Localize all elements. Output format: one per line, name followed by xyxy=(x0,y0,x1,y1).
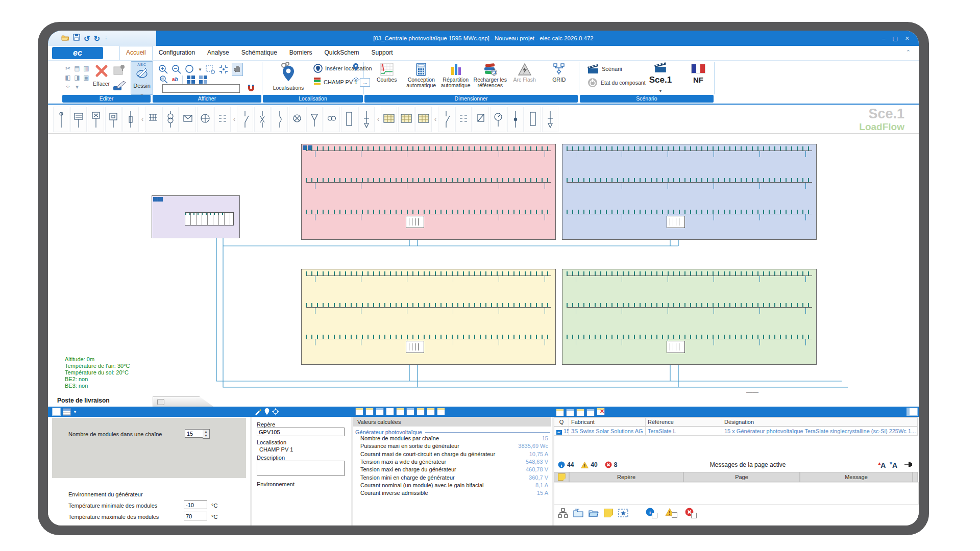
pv-string-row[interactable] xyxy=(306,303,551,314)
tab-analyse[interactable]: Analyse xyxy=(201,46,235,60)
tab-schématique[interactable]: Schématique xyxy=(235,46,283,60)
pv-field-3[interactable] xyxy=(301,269,556,365)
palette-symbol-meter[interactable] xyxy=(490,107,506,132)
chevron-down-icon[interactable]: ▼ xyxy=(658,89,663,93)
values-view-icon[interactable] xyxy=(355,408,363,415)
palette-symbol-arrowdown[interactable] xyxy=(358,107,375,132)
chain-count-input[interactable] xyxy=(185,429,203,438)
parts-col-fabricant[interactable]: Fabricant xyxy=(569,417,646,427)
values-view-icon[interactable] xyxy=(376,408,384,415)
norm-selector[interactable]: NF xyxy=(687,64,709,84)
browse-button[interactable]: ... xyxy=(360,78,370,87)
repere-input[interactable] xyxy=(257,428,345,436)
filter-error-toggle[interactable] xyxy=(685,508,699,518)
dropdown-icon[interactable]: ▾ xyxy=(72,82,82,91)
inverter-cluster[interactable] xyxy=(406,216,424,228)
ribbon-button-calculator[interactable]: Conception automatique xyxy=(404,63,439,88)
palette-symbol-lamp[interactable] xyxy=(289,107,305,132)
copy-icon[interactable]: ▤ xyxy=(72,64,82,73)
zoom-out-icon[interactable] xyxy=(172,64,182,74)
values-view-icon[interactable] xyxy=(427,408,435,415)
messages-scroll[interactable] xyxy=(913,472,918,482)
pv-string-row[interactable] xyxy=(306,210,551,221)
mirror-v-icon[interactable]: ◨ xyxy=(72,73,82,82)
pv-string-row[interactable] xyxy=(567,271,812,283)
pin-icon[interactable] xyxy=(264,408,270,415)
palette-symbol-busbars[interactable] xyxy=(145,107,161,132)
fit-view-icon[interactable] xyxy=(218,64,229,74)
erase-button[interactable]: Effacer xyxy=(93,64,110,87)
font-decrease-button[interactable]: ▾A xyxy=(890,461,897,469)
app-logo[interactable]: ec xyxy=(52,47,103,59)
pv-string-row[interactable] xyxy=(567,210,812,221)
parts-view-icon[interactable] xyxy=(576,409,584,416)
palette-symbol-fan[interactable] xyxy=(197,107,213,132)
selection-filter-icon[interactable] xyxy=(618,509,628,517)
chain-count-stepper[interactable]: ▲▼ xyxy=(203,429,210,439)
parts-col-designation[interactable]: Désignation xyxy=(722,417,918,427)
delivery-block[interactable] xyxy=(152,195,240,238)
tab-accueil[interactable]: Accueil xyxy=(119,46,153,60)
magnet-icon[interactable] xyxy=(246,83,256,95)
messages-col-page[interactable]: Page xyxy=(683,472,800,482)
palette-symbol-relay[interactable] xyxy=(473,107,489,132)
pv-string-row[interactable] xyxy=(567,146,812,158)
error-counter[interactable]: 8 xyxy=(605,461,618,468)
palette-symbol-dashes[interactable] xyxy=(455,107,472,132)
zoom-window-icon[interactable] xyxy=(185,64,195,74)
inverter-cluster[interactable] xyxy=(667,341,685,353)
paste-icon[interactable]: ▥ xyxy=(82,64,91,73)
messages-body[interactable] xyxy=(554,482,919,505)
minimize-button[interactable]: – xyxy=(882,35,885,41)
insert-location-button[interactable]: Insérer localisation xyxy=(313,64,372,73)
tab-support[interactable]: Support xyxy=(365,46,399,60)
parts-delete-icon[interactable]: ✕ xyxy=(597,408,605,417)
temp-min-input[interactable] xyxy=(184,500,207,509)
mirror-h-icon[interactable]: ◧ xyxy=(63,73,72,82)
parts-view-icon[interactable] xyxy=(586,409,595,416)
pv-string-row[interactable] xyxy=(306,178,551,189)
brush-icon[interactable] xyxy=(254,408,262,415)
find-replace-icon[interactable]: ab xyxy=(172,77,178,82)
palette-symbol-envelope[interactable] xyxy=(180,107,196,132)
ribbon-button-books[interactable]: Recharger les références xyxy=(473,63,508,88)
zoom-dropdown-icon[interactable]: ▼ xyxy=(198,67,202,72)
tab-borniers[interactable]: Borniers xyxy=(283,46,318,60)
tile-view-icon[interactable] xyxy=(187,76,195,84)
pv-string-row[interactable] xyxy=(306,335,551,346)
crosshair-icon[interactable] xyxy=(352,76,360,86)
ribbon-button-curves[interactable]: Courbes xyxy=(370,63,404,88)
component-state-button[interactable]: Etat du composant xyxy=(587,77,646,88)
messages-col-repere[interactable]: Repère xyxy=(569,472,683,482)
scenarii-button[interactable]: Scénarii xyxy=(587,64,622,74)
open-folder-icon[interactable] xyxy=(61,34,69,43)
parts-view-icon[interactable] xyxy=(556,409,564,416)
stamp-icon[interactable] xyxy=(112,64,126,79)
sitemap-icon[interactable] xyxy=(558,508,568,518)
palette-symbol-gpv[interactable] xyxy=(105,107,121,132)
tile-view2-icon[interactable] xyxy=(199,76,207,84)
palette-symbol-filtertri[interactable] xyxy=(306,107,323,132)
palette-symbol-fuse[interactable] xyxy=(122,107,139,132)
collapse-ribbon-icon[interactable]: ⌃ xyxy=(906,49,911,56)
tab-quickschem[interactable]: QuickSchem xyxy=(318,46,365,60)
select-zone-icon[interactable] xyxy=(205,64,215,74)
palette-symbol-trafo[interactable] xyxy=(162,107,179,132)
palette-symbol-table[interactable] xyxy=(398,107,414,132)
page-tab[interactable]: Poste de livraison xyxy=(57,397,110,404)
palette-symbol-contactor[interactable] xyxy=(272,107,288,132)
cut-icon[interactable]: ✂ xyxy=(63,64,72,73)
undo-icon[interactable]: ↺ xyxy=(84,35,90,42)
description-input[interactable] xyxy=(257,461,345,476)
palette-symbol-transformer[interactable] xyxy=(88,107,104,132)
pv-string-row[interactable] xyxy=(567,303,812,314)
parts-col-q[interactable]: Q xyxy=(554,417,569,427)
folder-open-icon[interactable] xyxy=(589,509,599,517)
values-view-icon[interactable] xyxy=(406,408,414,415)
palette-symbol-node[interactable] xyxy=(507,107,524,132)
inverter-cluster[interactable] xyxy=(406,341,424,353)
edit-icons-grid[interactable]: ✂▤▥ ◧◨▣ ⁘▾ xyxy=(63,64,92,91)
filter-warning-toggle[interactable]: ! xyxy=(665,508,680,518)
palette-symbol-lvsupply[interactable] xyxy=(70,107,87,132)
ribbon-button-bars[interactable]: Répartition automatique xyxy=(438,63,473,88)
